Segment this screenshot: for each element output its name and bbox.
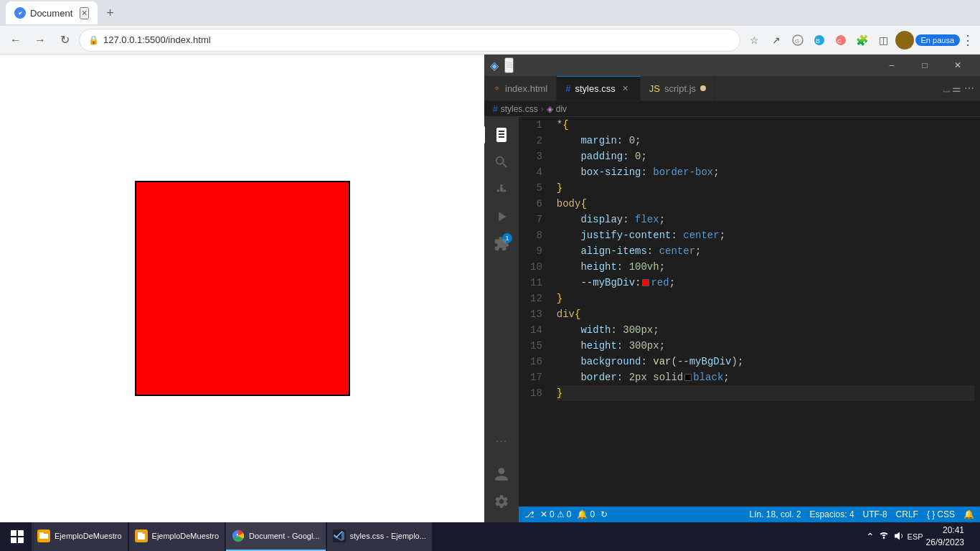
main-area: ◈ ≡ – □ ✕ ⚬ index.html # styles.css (0, 55, 980, 522)
vscode-minimize-button[interactable]: – (875, 55, 908, 76)
taskbar-app-chrome[interactable]: Document - Googl... (226, 522, 325, 551)
ext3-button[interactable]: C (831, 30, 851, 50)
tab-script-js[interactable]: JS script.js (641, 76, 715, 100)
code-editor[interactable]: 12345 678910 1112131415 161718 *{ (519, 117, 980, 507)
status-eol[interactable]: CRLF (896, 509, 918, 519)
status-info[interactable]: 🔔 0 (577, 509, 595, 519)
share-button[interactable]: ↗ (766, 30, 786, 50)
taskbar: EjemploDeMuestro EjemploDeMuestro Docume… (0, 522, 980, 551)
vscode-tabs: ⚬ index.html # styles.css ✕ JS script.js… (484, 76, 980, 101)
status-language[interactable]: { } CSS (927, 509, 955, 519)
activity-icon-run[interactable] (489, 204, 514, 229)
warning-icon: ⚠ (557, 509, 565, 519)
activity-icon-files[interactable] (489, 123, 514, 147)
lang-text: CSS (937, 509, 955, 519)
puzzle-button[interactable]: 🧩 (852, 30, 872, 50)
eol-text: CRLF (896, 509, 918, 519)
sync-icon: ↻ (600, 509, 608, 519)
status-line-col[interactable]: Lín. 18, col. 2 (750, 509, 801, 519)
address-text: 127.0.0.1:5500/index.html (103, 34, 731, 45)
browser-tab-close[interactable]: ✕ (80, 7, 89, 19)
forward-button[interactable]: → (30, 30, 50, 50)
code-line-3: padding: 0; (557, 149, 974, 164)
vscode-menu-button[interactable]: ≡ (504, 57, 514, 73)
tab-close-css-button[interactable]: ✕ (620, 83, 631, 95)
code-line-9: align-items: center; (557, 243, 974, 259)
sidebar-toggle-button[interactable]: ◫ (874, 30, 894, 50)
new-tab-button[interactable]: + (100, 6, 120, 21)
code-line-13: div{ (557, 306, 974, 322)
profile-avatar[interactable] (895, 31, 914, 50)
code-line-1: *{ (557, 117, 974, 133)
taskbar-app-vscode[interactable]: styles.css - Ejemplo... (327, 522, 432, 551)
favicon-icon (14, 7, 26, 19)
code-line-16: background: var(--myBgDiv); (557, 354, 974, 369)
activity-icon-search[interactable] (489, 150, 514, 174)
address-bar[interactable]: 🔒 127.0.0.1:5500/index.html (79, 29, 740, 52)
more-icon: ··· (496, 435, 507, 448)
tray-chevron-icon[interactable]: ⌃ (866, 531, 875, 542)
vscode-close-button[interactable]: ✕ (941, 55, 974, 76)
taskbar-apps: EjemploDeMuestro EjemploDeMuestro Docume… (32, 522, 432, 551)
status-branch[interactable]: ⎇ (524, 509, 534, 519)
breadcrumb-separator: › (541, 104, 544, 114)
spaces-text: Espacios: 4 (810, 509, 854, 519)
start-button[interactable] (3, 522, 32, 551)
split-editor-button[interactable]: ⎵ (943, 83, 949, 94)
tray-lang-icon[interactable]: ESP (908, 532, 923, 541)
ext1-button[interactable]: G (788, 30, 808, 50)
reload-button[interactable]: ↻ (55, 30, 75, 50)
vscode-maximize-button[interactable]: □ (908, 55, 941, 76)
status-spaces[interactable]: Espacios: 4 (810, 509, 854, 519)
code-line-14: width: 300px; (557, 322, 974, 338)
system-clock[interactable]: 20:41 26/9/2023 (926, 524, 964, 549)
activity-icon-settings[interactable] (489, 489, 514, 514)
more-actions-button[interactable]: ⋯ (964, 83, 974, 94)
browser-viewport (0, 55, 484, 522)
breadcrumb: # styles.css › ◈ div (484, 101, 980, 117)
vscode-titlebar: ◈ ≡ – □ ✕ (484, 55, 980, 76)
activity-icon-account[interactable] (489, 462, 514, 486)
git-branch-icon: ⎇ (524, 509, 534, 519)
breadcrumb-selector-icon: ◈ (547, 104, 553, 114)
status-errors[interactable]: ✕ 0 ⚠ 0 (540, 509, 571, 519)
taskbar-corner[interactable] (967, 522, 971, 551)
lang-icon: { } (927, 509, 935, 519)
editor-area: 12345 678910 1112131415 161718 *{ (519, 117, 980, 522)
activity-icon-extensions[interactable]: 1 (489, 232, 514, 256)
status-sync[interactable]: ↻ (600, 509, 608, 519)
svg-text:B: B (816, 37, 820, 44)
activity-icon-dots[interactable]: ··· (489, 429, 514, 453)
code-line-4: box-sizing: border-box; (557, 164, 974, 180)
back-button[interactable]: ← (6, 30, 26, 50)
taskbar-app-file-manager[interactable]: EjemploDeMuestro (32, 522, 128, 551)
tab-styles-css[interactable]: # styles.css ✕ (557, 76, 641, 100)
tab-index-html[interactable]: ⚬ index.html (484, 76, 557, 100)
layout-button[interactable]: ⚌ (952, 83, 961, 94)
browser-titlebar: Document ✕ + (0, 0, 980, 26)
browser-menu-button[interactable]: ⋮ (961, 32, 974, 48)
system-tray: ⌃ ESP (866, 531, 923, 543)
browser-tab[interactable]: Document ✕ (6, 1, 98, 24)
taskbar-app-vscode-files-label: EjemploDeMuestro (152, 532, 220, 540)
status-encoding[interactable]: UTF-8 (863, 509, 887, 519)
code-line-12: } (557, 291, 974, 306)
tab-label-js: script.js (664, 83, 696, 94)
demo-div (135, 181, 350, 396)
breadcrumb-selector: div (556, 104, 567, 114)
code-line-11: --myBgDiv:red; (557, 275, 974, 291)
bookmark-star-button[interactable]: ☆ (745, 30, 765, 50)
unsaved-dot (700, 85, 706, 91)
tab-actions: ⎵ ⚌ ⋯ (938, 76, 980, 100)
status-bell[interactable]: 🔔 (963, 509, 974, 519)
ext2-button[interactable]: B (809, 30, 829, 50)
code-line-8: justify-content: center; (557, 227, 974, 243)
pause-badge[interactable]: En pausa (915, 34, 960, 46)
error-icon: ✕ (540, 509, 547, 519)
activity-icon-source-control[interactable] (489, 177, 514, 202)
tray-network-icon[interactable] (879, 531, 889, 543)
taskbar-app-vscode-files[interactable]: EjemploDeMuestro (129, 522, 225, 551)
tray-volume-icon[interactable] (893, 531, 903, 543)
code-line-17: border: 2px solidblack; (557, 369, 974, 385)
code-line-6: body{ (557, 196, 974, 212)
